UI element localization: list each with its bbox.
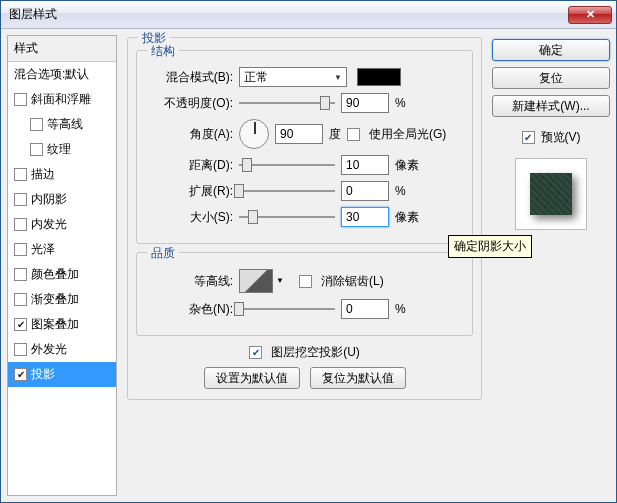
sidebar-item-0[interactable]: 斜面和浮雕 [8,87,116,112]
sidebar-checkbox-5[interactable] [14,218,27,231]
set-default-button[interactable]: 设置为默认值 [204,367,300,389]
sidebar-checkbox-0[interactable] [14,93,27,106]
size-slider[interactable] [239,208,335,226]
opacity-unit: % [395,96,406,110]
cancel-button[interactable]: 复位 [492,67,610,89]
sidebar-checkbox-10[interactable] [14,343,27,356]
knockout-checkbox[interactable] [249,346,262,359]
contour-row: 等高线: ▼ 消除锯齿(L) [145,269,464,293]
sidebar-item-8[interactable]: 渐变叠加 [8,287,116,312]
sidebar-checkbox-3[interactable] [14,168,27,181]
spread-label: 扩展(R): [145,183,233,200]
sidebar-label-3: 描边 [31,166,55,183]
size-row: 大小(S): 30 像素 [145,207,464,227]
knockout-label: 图层挖空投影(U) [271,344,360,361]
antialias-label: 消除锯齿(L) [321,273,384,290]
sidebar-label-10: 外发光 [31,341,67,358]
distance-slider[interactable] [239,156,335,174]
antialias-checkbox[interactable] [299,275,312,288]
titlebar: 图层样式 ✕ [1,1,616,29]
noise-label: 杂色(N): [145,301,233,318]
size-tooltip: 确定阴影大小 [448,235,532,258]
distance-unit: 像素 [395,157,419,174]
shadow-color-swatch[interactable] [357,68,401,86]
spread-slider[interactable] [239,182,335,200]
close-button[interactable]: ✕ [568,6,612,24]
sidebar-label-blend-default: 混合选项:默认 [14,66,89,83]
sidebar-item-2[interactable]: 纹理 [8,137,116,162]
sidebar-label-4: 内阴影 [31,191,67,208]
sidebar-item-3[interactable]: 描边 [8,162,116,187]
drop-shadow-group: 投影 结构 混合模式(B): 正常 ▼ 不透明度(O): [127,37,482,400]
opacity-input[interactable]: 90 [341,93,389,113]
preview-label: 预览(V) [541,129,581,146]
quality-legend: 品质 [147,245,179,262]
sidebar-header: 样式 [8,36,116,62]
sidebar-checkbox-2[interactable] [30,143,43,156]
spread-row: 扩展(R): 0 % [145,181,464,201]
distance-row: 距离(D): 10 像素 [145,155,464,175]
structure-group: 结构 混合模式(B): 正常 ▼ 不透明度(O): 90 % [136,50,473,244]
angle-dial[interactable] [239,119,269,149]
noise-input[interactable]: 0 [341,299,389,319]
contour-label: 等高线: [145,273,233,290]
sidebar-checkbox-1[interactable] [30,118,43,131]
opacity-row: 不透明度(O): 90 % [145,93,464,113]
angle-input[interactable]: 90 [275,124,323,144]
quality-group: 品质 等高线: ▼ 消除锯齿(L) 杂色(N): 0 % [136,252,473,336]
opacity-slider[interactable] [239,94,335,112]
size-unit: 像素 [395,209,419,226]
sidebar-checkbox-11[interactable]: ✔ [14,368,27,381]
sidebar-label-9: 图案叠加 [31,316,79,333]
styles-sidebar: 样式 混合选项:默认 斜面和浮雕等高线纹理描边内阴影内发光光泽颜色叠加渐变叠加✔… [7,35,117,496]
main-panel: 投影 结构 混合模式(B): 正常 ▼ 不透明度(O): [123,35,486,496]
distance-label: 距离(D): [145,157,233,174]
spread-input[interactable]: 0 [341,181,389,201]
sidebar-item-4[interactable]: 内阴影 [8,187,116,212]
sidebar-checkbox-7[interactable] [14,268,27,281]
layer-style-dialog: 图层样式 ✕ 样式 混合选项:默认 斜面和浮雕等高线纹理描边内阴影内发光光泽颜色… [0,0,617,503]
sidebar-checkbox-4[interactable] [14,193,27,206]
sidebar-item-9[interactable]: ✔图案叠加 [8,312,116,337]
new-style-button[interactable]: 新建样式(W)... [492,95,610,117]
default-buttons-row: 设置为默认值 复位为默认值 [136,367,473,389]
angle-row: 角度(A): 90 度 使用全局光(G) [145,119,464,149]
sidebar-item-7[interactable]: 颜色叠加 [8,262,116,287]
sidebar-label-6: 光泽 [31,241,55,258]
preview-row: 预览(V) [492,129,610,146]
spread-unit: % [395,184,406,198]
preview-box [515,158,587,230]
sidebar-item-10[interactable]: 外发光 [8,337,116,362]
sidebar-label-8: 渐变叠加 [31,291,79,308]
sidebar-label-7: 颜色叠加 [31,266,79,283]
blend-mode-label: 混合模式(B): [145,69,233,86]
sidebar-checkbox-6[interactable] [14,243,27,256]
blend-mode-value: 正常 [244,69,268,86]
sidebar-label-5: 内发光 [31,216,67,233]
sidebar-checkbox-9[interactable]: ✔ [14,318,27,331]
sidebar-checkbox-8[interactable] [14,293,27,306]
preview-checkbox[interactable] [522,131,535,144]
size-label: 大小(S): [145,209,233,226]
sidebar-item-6[interactable]: 光泽 [8,237,116,262]
blend-mode-select[interactable]: 正常 ▼ [239,67,347,87]
distance-input[interactable]: 10 [341,155,389,175]
sidebar-label-0: 斜面和浮雕 [31,91,91,108]
right-panel: 确定 复位 新建样式(W)... 预览(V) [492,35,610,496]
angle-unit: 度 [329,126,341,143]
sidebar-item-blend-default[interactable]: 混合选项:默认 [8,62,116,87]
noise-row: 杂色(N): 0 % [145,299,464,319]
ok-button[interactable]: 确定 [492,39,610,61]
noise-slider[interactable] [239,300,335,318]
reset-default-button[interactable]: 复位为默认值 [310,367,406,389]
sidebar-label-11: 投影 [31,366,55,383]
sidebar-item-11[interactable]: ✔投影 [8,362,116,387]
size-input[interactable]: 30 [341,207,389,227]
sidebar-item-1[interactable]: 等高线 [8,112,116,137]
contour-arrow-icon: ▼ [276,276,284,285]
contour-picker[interactable]: ▼ [239,269,273,293]
sidebar-item-5[interactable]: 内发光 [8,212,116,237]
structure-legend: 结构 [147,43,179,60]
global-light-checkbox[interactable] [347,128,360,141]
sidebar-label-2: 纹理 [47,141,71,158]
